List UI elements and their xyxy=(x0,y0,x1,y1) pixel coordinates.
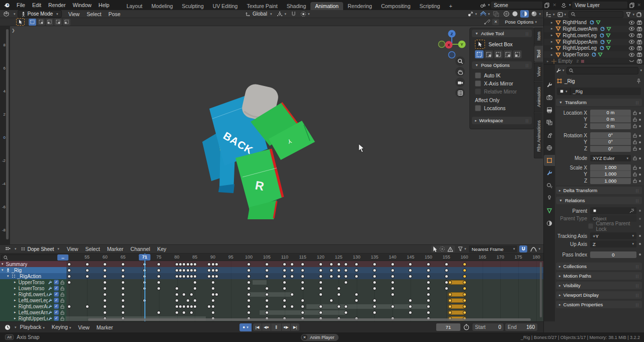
keyframe[interactable] xyxy=(194,275,196,278)
keyframe[interactable] xyxy=(215,293,218,296)
channel-row-leftlowerarm-iktarget[interactable]: ▸LeftLowerArm-IKTarget✓ xyxy=(0,309,543,315)
keyframe[interactable] xyxy=(212,275,214,278)
view-layer-browse-chevron[interactable]: ▾ xyxy=(569,3,571,7)
timeline-editor-icon[interactable] xyxy=(2,324,13,330)
keyframe[interactable] xyxy=(391,281,394,284)
keyframe[interactable] xyxy=(301,281,304,284)
keyframe[interactable] xyxy=(427,287,430,290)
keyframe[interactable] xyxy=(319,263,322,266)
overlays-toggle-icon[interactable] xyxy=(480,11,487,17)
eye-icon[interactable] xyxy=(629,33,634,37)
keyframe[interactable] xyxy=(190,305,193,308)
sidebar-tab-tool[interactable]: Tool xyxy=(534,45,543,62)
keyframe[interactable] xyxy=(187,305,189,308)
keyframe[interactable] xyxy=(86,275,89,278)
keyframe[interactable] xyxy=(104,305,106,308)
keyframe[interactable] xyxy=(212,293,214,296)
keyframe[interactable] xyxy=(104,275,106,278)
keyframe[interactable] xyxy=(212,299,214,302)
workspace-panel-header[interactable]: ▸Workspace|| xyxy=(472,117,532,124)
properties-editor-icon[interactable] xyxy=(556,68,561,73)
frame-start-field[interactable]: Start0 xyxy=(472,323,504,331)
channel-search[interactable] xyxy=(1,254,60,262)
pause-button[interactable]: ‖ xyxy=(271,323,282,331)
keyframe[interactable] xyxy=(179,263,182,266)
viewport-left-scrollbar[interactable] xyxy=(6,29,9,239)
keyframe[interactable] xyxy=(301,263,304,266)
next-keyframe-button[interactable]: ●▶ xyxy=(282,323,291,331)
pose-options-popover[interactable]: Pose Options▾ xyxy=(502,19,539,25)
keyframe[interactable] xyxy=(345,263,347,266)
scene-browse-chevron[interactable]: ▾ xyxy=(488,3,490,7)
animate-decorator[interactable] xyxy=(639,148,641,150)
outliner-item-rightlowerleg[interactable]: ▸RightLowerLeg xyxy=(544,32,644,39)
dopesheet-menu-channel[interactable]: Channel xyxy=(127,245,153,253)
playback-menu-playback[interactable]: Playback▾ xyxy=(17,322,48,333)
use-preview-range-icon[interactable] xyxy=(463,324,469,330)
pin-icon[interactable] xyxy=(636,78,641,84)
jump-to-start-button[interactable]: |◀ xyxy=(253,323,262,331)
outliner-search[interactable] xyxy=(569,11,623,18)
object-name-field[interactable]: _Rig xyxy=(570,88,641,95)
keyframe[interactable] xyxy=(319,275,322,278)
keyframe[interactable] xyxy=(338,287,340,290)
channel-enable-checkbox[interactable]: ✓ xyxy=(54,292,59,297)
keyframe[interactable] xyxy=(345,281,347,284)
keyframe[interactable] xyxy=(409,299,412,302)
properties-tab-object-icon[interactable] xyxy=(544,155,555,166)
animate-decorator[interactable] xyxy=(639,180,641,182)
workspace-tab-modeling[interactable]: Modeling xyxy=(147,2,178,10)
keyframe[interactable] xyxy=(291,305,293,308)
select-mode-new-icon[interactable] xyxy=(475,50,484,58)
unlock-icon[interactable] xyxy=(633,117,637,122)
view-layer-copy-icon[interactable] xyxy=(628,3,636,8)
unlock-icon[interactable] xyxy=(633,111,637,115)
select-mode-extend-icon[interactable] xyxy=(37,19,45,26)
up-axis-dropdown[interactable]: Z▾ xyxy=(590,240,636,247)
value-field-location-x-1[interactable]: 0 m xyxy=(590,116,631,123)
viewport-3d[interactable]: 86420-2-4-6-8 ❯ BACK K ⅄ xyxy=(0,26,543,244)
unlock-icon[interactable] xyxy=(633,133,637,138)
keyframe[interactable] xyxy=(104,269,106,272)
keyframe[interactable] xyxy=(283,263,286,266)
locations-checkbox-row[interactable]: Locations xyxy=(475,105,506,111)
keyframe[interactable] xyxy=(266,293,268,296)
panel-header-visibility[interactable]: ▸Visibility|| xyxy=(556,282,642,289)
jump-to-end-button[interactable]: ▶| xyxy=(291,323,299,331)
keyframe[interactable] xyxy=(319,281,322,284)
unlock-icon[interactable] xyxy=(633,172,637,177)
funnel-filter-icon[interactable] xyxy=(626,12,631,17)
keyframe[interactable] xyxy=(373,275,376,278)
channel-row--rigaction[interactable]: ▾_RigAction xyxy=(0,273,543,279)
keyframe[interactable] xyxy=(248,263,250,266)
keyframe[interactable] xyxy=(122,311,124,314)
keyframe[interactable] xyxy=(427,305,430,308)
unlock-icon[interactable] xyxy=(633,179,637,183)
new-collection-icon[interactable] xyxy=(636,12,642,17)
keyframe[interactable] xyxy=(291,263,293,266)
anim-player-chip[interactable]: ✕ Anim Player xyxy=(301,334,339,341)
keyframe[interactable] xyxy=(176,293,178,296)
keyframe[interactable] xyxy=(338,305,340,308)
keyframe[interactable] xyxy=(212,311,214,314)
keyframe[interactable] xyxy=(248,311,250,314)
keyframe[interactable] xyxy=(122,269,124,272)
keyframe-selected[interactable] xyxy=(449,293,451,296)
keyframe[interactable] xyxy=(283,287,286,290)
keyframe[interactable] xyxy=(319,305,322,308)
properties-tab-world-icon[interactable] xyxy=(544,142,555,153)
keyframe[interactable] xyxy=(194,281,196,284)
select-mode-extend-icon[interactable] xyxy=(485,50,493,58)
dopesheet-menu-key[interactable]: Key xyxy=(153,245,170,253)
properties-tab-object-data-icon[interactable] xyxy=(544,205,555,216)
shading-wireframe-icon[interactable] xyxy=(503,11,510,17)
keyframe[interactable] xyxy=(179,275,182,278)
keyframe[interactable] xyxy=(104,281,106,284)
playhead-line[interactable] xyxy=(144,253,145,321)
keyframe[interactable] xyxy=(104,287,106,290)
channel-row-summary[interactable]: ▾Summary xyxy=(0,261,543,267)
keyframe[interactable] xyxy=(122,263,124,266)
channel-unlock-icon[interactable] xyxy=(60,280,64,285)
workspace-tab-animation[interactable]: Animation xyxy=(310,2,343,10)
unlock-icon[interactable] xyxy=(633,140,637,144)
